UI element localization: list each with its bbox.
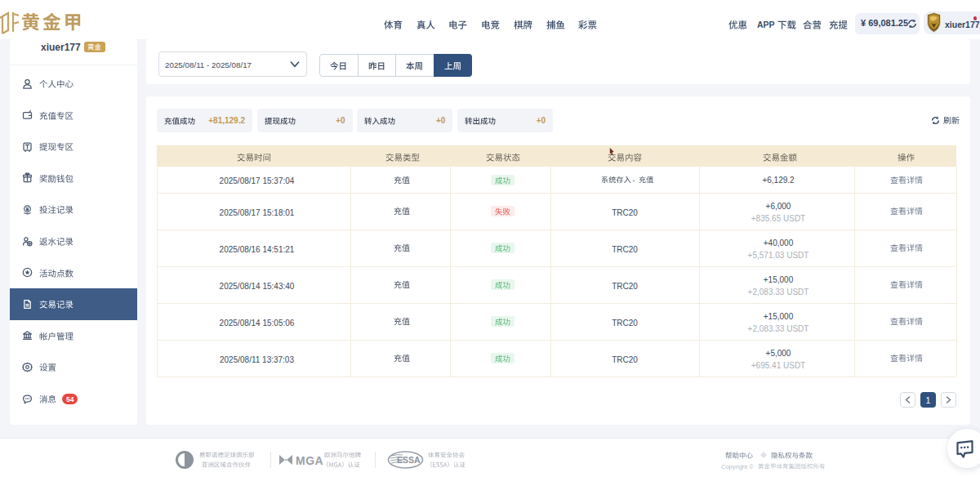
svg-text:ESSA: ESSA bbox=[397, 455, 421, 465]
